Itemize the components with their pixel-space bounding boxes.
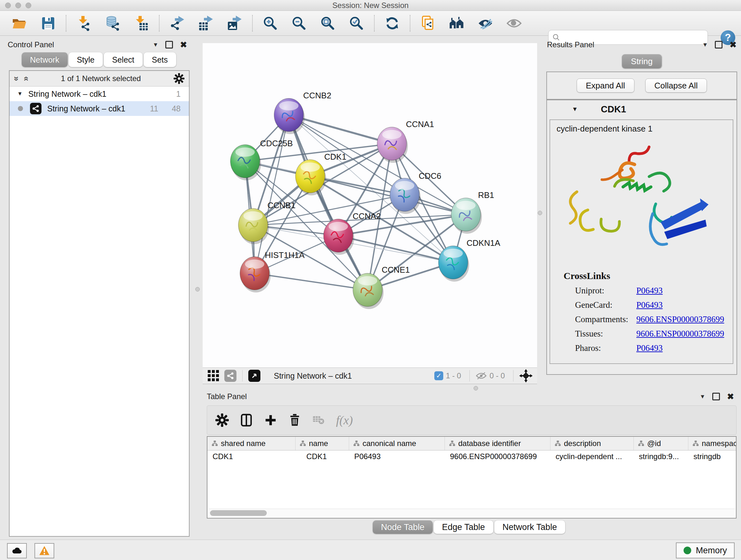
panel-float-icon[interactable] bbox=[715, 41, 723, 49]
crosslink-link[interactable]: P06493 bbox=[636, 286, 663, 296]
control-panel-title: Control Panel bbox=[8, 40, 54, 49]
right-splitter-handle[interactable] bbox=[538, 211, 542, 215]
network-edge-HIST1H1A-CCNE1[interactable] bbox=[255, 273, 367, 290]
crosshair-icon[interactable] bbox=[519, 368, 533, 384]
open-file-icon[interactable] bbox=[11, 15, 27, 31]
zoom-fit-icon[interactable] bbox=[320, 15, 336, 31]
collection-caret-icon[interactable]: ▼ bbox=[17, 91, 23, 97]
column-header[interactable]: name bbox=[295, 437, 349, 450]
hide-selected-eye-icon[interactable] bbox=[477, 15, 493, 31]
column-header[interactable]: canonical name bbox=[349, 437, 445, 450]
panel-float-icon[interactable] bbox=[712, 393, 720, 400]
node-label-CDKN1A: CDKN1A bbox=[467, 238, 500, 248]
import-network-file-icon[interactable] bbox=[76, 15, 92, 31]
memory-label: Memory bbox=[696, 546, 727, 556]
expand-all-networks-icon[interactable]: » bbox=[11, 76, 21, 81]
tab-sets[interactable]: Sets bbox=[144, 52, 176, 67]
collapse-all-networks-icon[interactable]: » bbox=[21, 76, 30, 81]
bottom-splitter-handle[interactable] bbox=[474, 386, 478, 390]
network-row[interactable]: String Network – cdk1 11 48 bbox=[10, 101, 189, 116]
warning-button[interactable] bbox=[35, 543, 54, 558]
tab-select[interactable]: Select bbox=[104, 52, 142, 67]
crosslink-link[interactable]: 9606.ENSP00000378699 bbox=[636, 314, 724, 324]
memory-button[interactable]: Memory bbox=[676, 543, 735, 558]
tab-string[interactable]: String bbox=[622, 54, 662, 68]
import-table-file-icon[interactable] bbox=[133, 15, 149, 31]
export-network-icon[interactable] bbox=[169, 15, 185, 31]
left-splitter-handle[interactable] bbox=[195, 287, 200, 292]
panel-close-icon[interactable]: ✖ bbox=[727, 392, 734, 401]
tab-style[interactable]: Style bbox=[69, 52, 103, 67]
zoom-out-icon[interactable] bbox=[291, 15, 307, 31]
column-header[interactable]: @id bbox=[634, 437, 688, 450]
panel-close-icon[interactable]: ✖ bbox=[180, 41, 187, 49]
zoom-selected-icon[interactable] bbox=[348, 15, 364, 31]
clear-table-icon[interactable] bbox=[312, 413, 327, 428]
network-options-gear-icon[interactable] bbox=[174, 73, 185, 84]
zoom-in-icon[interactable] bbox=[262, 15, 278, 31]
delete-icon[interactable] bbox=[287, 413, 302, 428]
cloud-button[interactable] bbox=[7, 543, 27, 558]
network-node-CCNA2[interactable] bbox=[324, 219, 354, 255]
columns-icon[interactable] bbox=[239, 413, 254, 428]
tab-network-table[interactable]: Network Table bbox=[494, 520, 565, 534]
show-all-eye-icon[interactable] bbox=[506, 15, 522, 31]
string-import-icon[interactable] bbox=[420, 15, 436, 31]
tab-network[interactable]: Network bbox=[22, 52, 68, 67]
network-node-HIST1H1A[interactable] bbox=[240, 257, 271, 293]
import-network-database-icon[interactable] bbox=[105, 15, 121, 31]
network-node-CCNE1[interactable] bbox=[353, 273, 384, 309]
network-node-CDK1[interactable] bbox=[295, 160, 326, 195]
panel-menu-icon[interactable]: ▼ bbox=[702, 42, 708, 48]
network-node-CCNB2[interactable] bbox=[274, 98, 305, 134]
network-type-icon bbox=[30, 103, 42, 114]
toolbar-separator bbox=[410, 15, 410, 32]
network-node-CDC6[interactable] bbox=[390, 178, 421, 214]
crosslink-label: Tissues: bbox=[575, 329, 630, 339]
column-header[interactable]: shared name bbox=[207, 437, 295, 450]
houses-icon[interactable] bbox=[449, 15, 465, 31]
crosslink-link[interactable]: 9606.ENSP00000378699 bbox=[636, 329, 724, 339]
collapse-all-button[interactable]: Collapse All bbox=[645, 78, 707, 92]
export-table-icon[interactable] bbox=[198, 15, 214, 31]
application-window: Session: New Session bbox=[0, 0, 741, 560]
tab-node-table[interactable]: Node Table bbox=[373, 520, 433, 534]
network-node-CCNA1[interactable] bbox=[377, 127, 408, 163]
node-label-CDC25B: CDC25B bbox=[260, 138, 293, 148]
network-node-CCNB1[interactable] bbox=[239, 208, 269, 244]
function-icon[interactable]: f(x) bbox=[336, 413, 353, 427]
panel-close-icon[interactable]: ✖ bbox=[730, 41, 737, 49]
crosslink-link[interactable]: P06493 bbox=[636, 300, 663, 310]
scrollbar-thumb[interactable] bbox=[210, 510, 267, 516]
table-row[interactable]: CDK1CDK1P064939606.ENSP00000378699cyclin… bbox=[207, 450, 736, 462]
add-icon[interactable] bbox=[263, 413, 278, 428]
expand-all-button[interactable]: Expand All bbox=[577, 78, 634, 92]
node-label-CDC6: CDC6 bbox=[419, 171, 441, 181]
network-edge-CCNA2-CDKN1A[interactable] bbox=[338, 236, 453, 262]
panel-menu-icon[interactable]: ▼ bbox=[699, 393, 705, 400]
protein-header[interactable]: ▼ CDK1 bbox=[547, 100, 737, 118]
panel-menu-icon[interactable]: ▼ bbox=[152, 42, 158, 48]
export-image-icon[interactable] bbox=[226, 15, 243, 31]
crosslink-link[interactable]: P06493 bbox=[636, 343, 663, 353]
column-header[interactable]: description bbox=[550, 437, 634, 450]
save-session-icon[interactable] bbox=[40, 15, 56, 31]
refresh-icon[interactable] bbox=[384, 15, 400, 31]
network-node-CDKN1A[interactable] bbox=[439, 246, 469, 282]
crosslink-row: Compartments: 9606.ENSP00000378699 bbox=[575, 314, 733, 324]
network-collection-row[interactable]: ▼ String Network – cdk1 1 bbox=[10, 86, 189, 101]
network-node-RB1[interactable] bbox=[451, 198, 482, 234]
navigator-icon[interactable] bbox=[248, 370, 260, 382]
protein-caret-icon[interactable]: ▼ bbox=[572, 106, 578, 113]
grid-icon[interactable] bbox=[207, 368, 220, 384]
horizontal-scrollbar[interactable] bbox=[208, 509, 735, 517]
network-canvas[interactable]: CCNB2CCNA1CDC25BCDK1CDC6RB1CCNB1CCNA2CDK… bbox=[203, 43, 537, 368]
share-badge-icon[interactable] bbox=[224, 370, 237, 382]
selected-checkbox[interactable]: ✓ bbox=[434, 371, 443, 380]
hidden-eye-icon[interactable] bbox=[475, 372, 487, 380]
tab-edge-table[interactable]: Edge Table bbox=[434, 520, 493, 534]
gear-icon[interactable] bbox=[215, 413, 229, 428]
panel-float-icon[interactable] bbox=[165, 41, 173, 49]
column-header[interactable]: database identifier bbox=[445, 437, 550, 450]
column-header[interactable]: namespac bbox=[688, 437, 736, 450]
